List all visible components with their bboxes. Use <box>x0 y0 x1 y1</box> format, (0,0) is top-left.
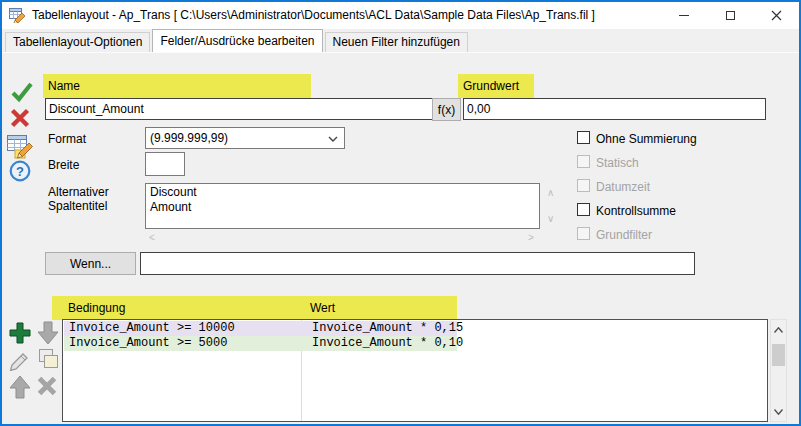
add-condition-button[interactable] <box>7 320 33 349</box>
value-cell: Invoice_Amount * 0,10 <box>312 336 463 351</box>
table-edit-icon <box>9 7 26 23</box>
ohne-summierung-checkbox[interactable] <box>577 131 590 144</box>
move-condition-down-button[interactable] <box>36 320 60 349</box>
scrollbar-thumb[interactable] <box>772 344 785 366</box>
maximize-button[interactable] <box>707 2 753 29</box>
scroll-left-icon[interactable]: < <box>149 233 155 243</box>
tabellenlayout-dialog: Tabellenlayout - Ap_Trans [ C:\Users\Adm… <box>0 0 801 426</box>
format-value: (9.999.999,99) <box>150 131 228 145</box>
bedingung-column-header: Bedingung <box>68 301 125 315</box>
scroll-up-icon[interactable]: ∧ <box>547 188 554 198</box>
remove-condition-icon <box>35 374 59 398</box>
tab-panel-divider <box>2 52 799 53</box>
duplicate-condition-icon <box>35 347 61 371</box>
move-up-icon <box>8 374 32 400</box>
remove-condition-button[interactable] <box>35 374 59 401</box>
edit-table-icon <box>6 133 34 159</box>
svg-text:?: ? <box>16 164 24 179</box>
accept-icon <box>10 81 34 103</box>
tab-tabellenlayout-optionen[interactable]: Tabellenlayout-Optionen <box>5 32 150 52</box>
statisch-checkbox <box>577 155 590 168</box>
wenn-button-label: Wenn... <box>70 257 111 271</box>
name-highlight <box>43 74 311 98</box>
breite-input[interactable] <box>145 152 185 176</box>
edit-condition-button[interactable] <box>7 349 31 374</box>
alt-spaltentitel-label: Alternativer Spaltentitel <box>48 185 140 213</box>
close-icon <box>771 10 782 21</box>
delete-field-button[interactable] <box>9 107 31 132</box>
tab-bar: Tabellenlayout-Optionen Felder/Ausdrücke… <box>2 29 799 52</box>
move-down-icon <box>36 320 60 346</box>
scrollbar-up-button[interactable] <box>771 322 786 337</box>
scroll-down-icon[interactable]: ∨ <box>547 214 554 224</box>
statisch-label: Statisch <box>596 156 639 170</box>
format-dropdown[interactable]: (9.999.999,99) <box>145 127 345 149</box>
accept-entry-button[interactable] <box>10 81 34 106</box>
breite-label: Breite <box>48 158 79 172</box>
kontrollsumme-checkbox[interactable] <box>577 203 590 216</box>
condition-table: Invoice_Amount >= 10000 Invoice_Amount *… <box>62 319 768 422</box>
ohne-summierung-label: Ohne Summierung <box>596 132 697 146</box>
table-scrollbar[interactable] <box>770 319 787 422</box>
close-button[interactable] <box>753 2 799 29</box>
scroll-right-icon[interactable]: > <box>528 233 534 243</box>
titlebar: Tabellenlayout - Ap_Trans [ C:\Users\Adm… <box>2 2 799 29</box>
delete-field-icon <box>9 107 31 129</box>
edit-condition-icon <box>7 349 31 371</box>
condition-row-1[interactable]: Invoice_Amount >= 10000 Invoice_Amount *… <box>64 321 457 336</box>
maximize-icon <box>726 11 735 20</box>
tab-neuen-filter-hinzufuegen[interactable]: Neuen Filter hinzufügen <box>325 32 468 52</box>
kontrollsumme-label: Kontrollsumme <box>596 204 676 218</box>
scrollbar-down-button[interactable] <box>771 404 786 419</box>
move-condition-up-button[interactable] <box>8 374 32 403</box>
datumzeit-label: Datumzeit <box>596 180 650 194</box>
alt-spaltentitel-input[interactable]: Discount Amount <box>145 183 540 229</box>
scrollbar-down-icon <box>774 409 783 415</box>
add-condition-icon <box>7 320 33 346</box>
grundfilter-label: Grundfilter <box>596 228 652 242</box>
minimize-button[interactable] <box>661 2 707 29</box>
format-label: Format <box>48 132 86 146</box>
wenn-condition-input[interactable] <box>140 252 695 275</box>
fx-expression-button[interactable]: f(x) <box>432 98 461 121</box>
grundwert-input[interactable] <box>463 98 766 120</box>
fx-button-label: f(x) <box>438 103 455 117</box>
datumzeit-checkbox <box>577 179 590 192</box>
minimize-icon <box>679 15 689 16</box>
name-label: Name <box>48 79 80 93</box>
condition-cell: Invoice_Amount >= 5000 <box>69 336 227 351</box>
duplicate-condition-button[interactable] <box>35 347 61 374</box>
window-title: Tabellenlayout - Ap_Trans [ C:\Users\Adm… <box>32 2 595 29</box>
wert-column-header: Wert <box>310 301 335 315</box>
scrollbar-up-icon <box>774 327 783 333</box>
grundwert-label: Grundwert <box>463 79 519 93</box>
help-button[interactable]: ? <box>9 160 31 185</box>
wenn-button[interactable]: Wenn... <box>45 252 136 275</box>
condition-row-2[interactable]: Invoice_Amount >= 5000 Invoice_Amount * … <box>64 336 457 351</box>
grundfilter-checkbox <box>577 227 590 240</box>
chevron-down-icon <box>328 136 338 142</box>
edit-table-layout-button[interactable] <box>6 133 34 162</box>
help-icon: ? <box>9 160 31 182</box>
tab-felder-ausdruecke-bearbeiten[interactable]: Felder/Ausdrücke bearbeiten <box>152 29 322 52</box>
name-input[interactable] <box>45 98 441 120</box>
value-cell: Invoice_Amount * 0,15 <box>312 321 463 336</box>
condition-cell: Invoice_Amount >= 10000 <box>69 321 235 336</box>
